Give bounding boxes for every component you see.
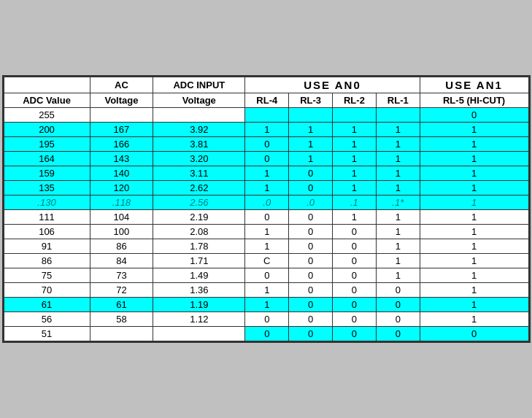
- cell-rl1: 1: [376, 152, 420, 166]
- cell-rl3: 1: [289, 137, 333, 152]
- table-row: 86841.71C0011: [4, 254, 528, 268]
- col-header-adc-value: ADC Value: [4, 93, 90, 108]
- cell-ac-voltage: 84: [90, 254, 153, 268]
- cell-adc-value: 200: [4, 123, 90, 137]
- cell-ac-voltage: [90, 327, 153, 341]
- cell-ac-voltage: 143: [90, 152, 153, 166]
- cell-adc-value: 135: [4, 181, 90, 196]
- table-row: 1061002.0810011: [4, 225, 528, 239]
- cell-rl4: [245, 108, 289, 123]
- col-header-use-an0: USE AN0: [245, 77, 420, 93]
- cell-rl3: 0: [289, 181, 333, 196]
- cell-rl2: 1: [333, 137, 377, 152]
- cell-adc-value: 56: [4, 312, 90, 327]
- cell-adc-input-voltage: [153, 327, 245, 341]
- col-header-empty: [4, 77, 90, 93]
- cell-rl5: 1: [420, 283, 528, 298]
- cell-rl1: 1: [376, 166, 420, 181]
- cell-rl4: 1: [245, 225, 289, 239]
- col-header-rl3: RL-3: [289, 93, 333, 108]
- col-header-rl1: RL-1: [376, 93, 420, 108]
- cell-adc-input-voltage: 3.81: [153, 137, 245, 152]
- cell-rl1: [376, 108, 420, 123]
- cell-rl3: [289, 108, 333, 123]
- cell-rl2: 1: [333, 152, 377, 166]
- cell-ac-voltage: 140: [90, 166, 153, 181]
- cell-rl1: 0: [376, 312, 420, 327]
- cell-rl3: 1: [289, 123, 333, 137]
- cell-ac-voltage: 167: [90, 123, 153, 137]
- cell-rl5: 1: [420, 312, 528, 327]
- cell-adc-value: 86: [4, 254, 90, 268]
- cell-ac-voltage: [90, 108, 153, 123]
- cell-rl1: 0: [376, 327, 420, 341]
- cell-rl3: 1: [289, 152, 333, 166]
- cell-rl2: 0: [333, 268, 377, 283]
- cell-adc-input-voltage: 1.36: [153, 283, 245, 298]
- cell-rl5: 1: [420, 210, 528, 225]
- col-header-adc-voltage: Voltage: [153, 93, 245, 108]
- header-row-1: AC ADC INPUT USE AN0 USE AN1: [4, 77, 528, 93]
- cell-rl5: 1: [420, 166, 528, 181]
- cell-rl5: 1: [420, 152, 528, 166]
- cell-adc-input-voltage: 2.62: [153, 181, 245, 196]
- cell-rl3: 0: [289, 283, 333, 298]
- table-row: 1111042.1900111: [4, 210, 528, 225]
- cell-adc-value: 195: [4, 137, 90, 152]
- cell-rl1: .1*: [376, 196, 420, 210]
- table-row: 91861.7810011: [4, 239, 528, 254]
- cell-adc-value: 91: [4, 239, 90, 254]
- cell-rl3: 0: [289, 225, 333, 239]
- cell-ac-voltage: 73: [90, 268, 153, 283]
- cell-rl5: 1: [420, 268, 528, 283]
- table-row: .130.1182.56.0.0.1.1*1: [4, 196, 528, 210]
- col-header-voltage: Voltage: [90, 93, 153, 108]
- cell-rl1: 1: [376, 254, 420, 268]
- cell-adc-value: 61: [4, 298, 90, 312]
- cell-ac-voltage: 86: [90, 239, 153, 254]
- table-row: 70721.3610001: [4, 283, 528, 298]
- cell-rl5: 1: [420, 254, 528, 268]
- cell-rl4: 1: [245, 298, 289, 312]
- cell-adc-input-voltage: 1.12: [153, 312, 245, 327]
- main-table-wrapper: AC ADC INPUT USE AN0 USE AN1 ADC Value V…: [2, 75, 531, 343]
- cell-adc-value: 70: [4, 283, 90, 298]
- cell-adc-input-voltage: [153, 108, 245, 123]
- table-row: 2001673.9211111: [4, 123, 528, 137]
- cell-ac-voltage: 120: [90, 181, 153, 196]
- cell-rl5: 1: [420, 123, 528, 137]
- cell-adc-value: 51: [4, 327, 90, 341]
- cell-rl2: 0: [333, 225, 377, 239]
- cell-rl2: 0: [333, 239, 377, 254]
- cell-rl1: 1: [376, 239, 420, 254]
- cell-rl4: 0: [245, 210, 289, 225]
- table-row: 56581.1200001: [4, 312, 528, 327]
- cell-rl2: 1: [333, 123, 377, 137]
- cell-ac-voltage: 100: [90, 225, 153, 239]
- cell-rl4: 0: [245, 312, 289, 327]
- cell-ac-voltage: 166: [90, 137, 153, 152]
- cell-ac-voltage: .118: [90, 196, 153, 210]
- cell-adc-input-voltage: 3.92: [153, 123, 245, 137]
- table-row: 1641433.2001111: [4, 152, 528, 166]
- cell-rl4: 1: [245, 123, 289, 137]
- cell-adc-input-voltage: 2.08: [153, 225, 245, 239]
- cell-adc-input-voltage: 3.20: [153, 152, 245, 166]
- table-body: 25502001673.92111111951663.8101111164143…: [4, 108, 528, 341]
- cell-rl3: 0: [289, 254, 333, 268]
- cell-ac-voltage: 61: [90, 298, 153, 312]
- table-row: 2550: [4, 108, 528, 123]
- cell-rl2: [333, 108, 377, 123]
- cell-rl2: 1: [333, 166, 377, 181]
- cell-rl1: 1: [376, 181, 420, 196]
- cell-rl5: 1: [420, 181, 528, 196]
- cell-adc-input-voltage: 1.78: [153, 239, 245, 254]
- cell-adc-value: .130: [4, 196, 90, 210]
- cell-rl3: 0: [289, 298, 333, 312]
- cell-rl1: 0: [376, 298, 420, 312]
- cell-rl1: 1: [376, 225, 420, 239]
- col-header-ac: AC: [90, 77, 153, 93]
- table-row: 75731.4900011: [4, 268, 528, 283]
- cell-rl4: 1: [245, 166, 289, 181]
- cell-rl4: 0: [245, 327, 289, 341]
